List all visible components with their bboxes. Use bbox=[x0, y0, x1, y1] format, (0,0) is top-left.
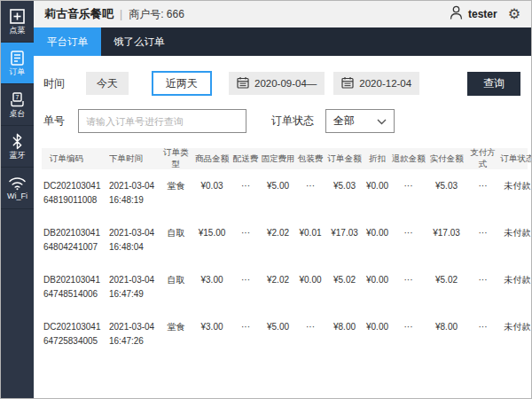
today-button[interactable]: 今天 bbox=[86, 72, 129, 95]
date-from-picker[interactable]: 2020-09-04— bbox=[229, 72, 325, 95]
sidebar-item-orders[interactable]: 订单 bbox=[1, 43, 34, 84]
order-status-label: 订单状态 bbox=[271, 113, 314, 129]
column-header: 订单状态 bbox=[499, 153, 531, 165]
table-cell: 自取 bbox=[160, 273, 192, 287]
sidebar-item-label: Wi_Fi bbox=[7, 192, 27, 200]
time-filter-row: 时间 今天 近两天 2020-09-04— bbox=[42, 71, 528, 96]
column-header: 实付金额 bbox=[426, 153, 466, 165]
table-cell: 未付款 bbox=[499, 320, 531, 334]
restaurant-title: 莉古音乐餐吧 bbox=[44, 6, 113, 22]
table-icon: 7 bbox=[9, 91, 26, 108]
chevron-down-icon bbox=[377, 115, 387, 128]
column-header: 支付方式 bbox=[466, 147, 499, 170]
title-divider: | bbox=[120, 8, 122, 20]
sidebar-item-label: 订单 bbox=[10, 68, 26, 76]
table-cell: ¥5.00 bbox=[260, 320, 296, 334]
table-cell: ¥5.02 bbox=[426, 273, 466, 287]
table-cell: ¥17.03 bbox=[325, 226, 364, 240]
table-cell: ¥5.03 bbox=[325, 179, 364, 193]
table-cell: ¥5.02 bbox=[325, 273, 364, 287]
gear-icon[interactable]: ⚙ bbox=[508, 7, 520, 21]
main-area: 莉古音乐餐吧 | 商户号: 666 tester ⚙ 平台订单 饿了么订单 bbox=[34, 1, 531, 398]
plus-square-icon bbox=[9, 8, 26, 25]
table-cell: ¥0.00 bbox=[364, 226, 390, 240]
table-cell: ··· bbox=[390, 273, 426, 287]
svg-text:7: 7 bbox=[16, 94, 20, 100]
content-panel: 时间 今天 近两天 2020-09-04— bbox=[34, 56, 531, 398]
table-cell: DC20210304164819011008 bbox=[42, 179, 109, 207]
table-cell: ¥15.00 bbox=[192, 226, 231, 240]
table-cell: DB20210304164748514006 bbox=[42, 273, 109, 301]
column-header: 订单类型 bbox=[160, 147, 192, 170]
merchant-id: 商户号: 666 bbox=[129, 7, 184, 22]
table-cell: ¥3.00 bbox=[192, 273, 231, 287]
table-cell: DB20210304164804241007 bbox=[42, 226, 109, 254]
query-button[interactable]: 查询 bbox=[467, 72, 520, 96]
username: tester bbox=[468, 8, 497, 20]
table-cell: ¥2.02 bbox=[260, 226, 296, 240]
date-to-picker[interactable]: 2020-12-04 bbox=[333, 72, 419, 95]
sidebar-item-tables[interactable]: 7 桌台 bbox=[1, 84, 34, 126]
calendar-icon bbox=[237, 76, 249, 90]
table-cell: ¥0.00 bbox=[364, 273, 390, 287]
table-cell: ··· bbox=[466, 320, 499, 334]
table-header-row: 订单编码下单时间订单类型商品金额配送费固定费用包装费订单金额折扣退款金额实付金额… bbox=[42, 148, 528, 169]
table-cell: ··· bbox=[390, 226, 426, 240]
table-cell: ··· bbox=[390, 320, 426, 334]
table-cell: ¥0.00 bbox=[296, 273, 325, 287]
table-cell: ··· bbox=[231, 320, 260, 334]
two-days-button[interactable]: 近两天 bbox=[152, 71, 212, 96]
table-cell: 2021-03-0416:48:19 bbox=[109, 179, 160, 207]
table-row[interactable]: DB202103041648042410072021-03-0416:48:04… bbox=[42, 216, 528, 263]
column-header: 商品金额 bbox=[192, 153, 231, 165]
orders-table: 订单编码下单时间订单类型商品金额配送费固定费用包装费订单金额折扣退款金额实付金额… bbox=[42, 148, 528, 357]
sidebar-item-label: 蓝牙 bbox=[10, 152, 26, 160]
table-cell: ··· bbox=[231, 179, 260, 193]
table-cell: 未付款 bbox=[499, 226, 531, 240]
table-cell: ¥5.00 bbox=[260, 179, 296, 193]
order-filter-row: 单号 订单状态 全部 bbox=[42, 109, 528, 133]
column-header: 固定费用 bbox=[260, 153, 296, 165]
top-bar: 莉古音乐餐吧 | 商户号: 666 tester ⚙ bbox=[34, 1, 531, 27]
tab-bar: 平台订单 饿了么订单 bbox=[34, 27, 531, 56]
table-cell: ¥0.01 bbox=[296, 226, 325, 240]
time-label: 时间 bbox=[43, 76, 65, 91]
table-cell: ··· bbox=[466, 226, 499, 240]
table-cell: ¥17.03 bbox=[426, 226, 466, 240]
sidebar-item-order-dishes[interactable]: 点菜 bbox=[1, 1, 34, 43]
table-cell: DC20210304164725834005 bbox=[42, 320, 109, 348]
column-header: 订单编码 bbox=[42, 153, 109, 165]
order-no-input[interactable] bbox=[78, 109, 246, 133]
table-cell: ¥0.00 bbox=[364, 179, 390, 193]
sidebar-item-wifi[interactable]: Wi_Fi bbox=[1, 168, 34, 209]
sidebar-item-label: 点菜 bbox=[10, 27, 26, 35]
table-cell: ··· bbox=[231, 273, 260, 287]
column-header: 包装费 bbox=[296, 153, 325, 165]
table-cell: ··· bbox=[466, 273, 499, 287]
table-row[interactable]: DC202103041647258340052021-03-0416:47:26… bbox=[42, 310, 528, 357]
table-cell: ¥3.00 bbox=[192, 320, 231, 334]
bluetooth-icon bbox=[10, 133, 25, 150]
table-cell: 堂食 bbox=[160, 320, 192, 334]
table-cell: ··· bbox=[466, 179, 499, 193]
table-cell: ··· bbox=[231, 226, 260, 240]
tab-eleme-orders[interactable]: 饿了么订单 bbox=[101, 27, 177, 56]
table-cell: ··· bbox=[390, 179, 426, 193]
table-cell: ¥0.03 bbox=[192, 179, 231, 193]
table-cell: 2021-03-0416:47:49 bbox=[109, 273, 160, 301]
wifi-icon bbox=[8, 176, 27, 191]
user-menu[interactable]: tester bbox=[449, 4, 497, 24]
sidebar-item-bluetooth[interactable]: 蓝牙 bbox=[1, 126, 34, 168]
table-cell: 2021-03-0416:48:04 bbox=[109, 226, 160, 254]
order-status-value: 全部 bbox=[333, 113, 355, 129]
column-header: 订单金额 bbox=[325, 153, 364, 165]
table-row[interactable]: DC202103041648190110082021-03-0416:48:19… bbox=[42, 169, 528, 216]
order-list-icon bbox=[9, 50, 26, 66]
column-header: 折扣 bbox=[364, 153, 390, 165]
date-from-value: 2020-09-04— bbox=[254, 78, 317, 89]
app-window: 点菜 订单 7 桌台 bbox=[0, 0, 532, 399]
order-status-select[interactable]: 全部 bbox=[325, 109, 395, 133]
tab-platform-orders[interactable]: 平台订单 bbox=[34, 27, 101, 56]
user-icon bbox=[449, 4, 464, 24]
table-row[interactable]: DB202103041647485140062021-03-0416:47:49… bbox=[42, 263, 528, 310]
